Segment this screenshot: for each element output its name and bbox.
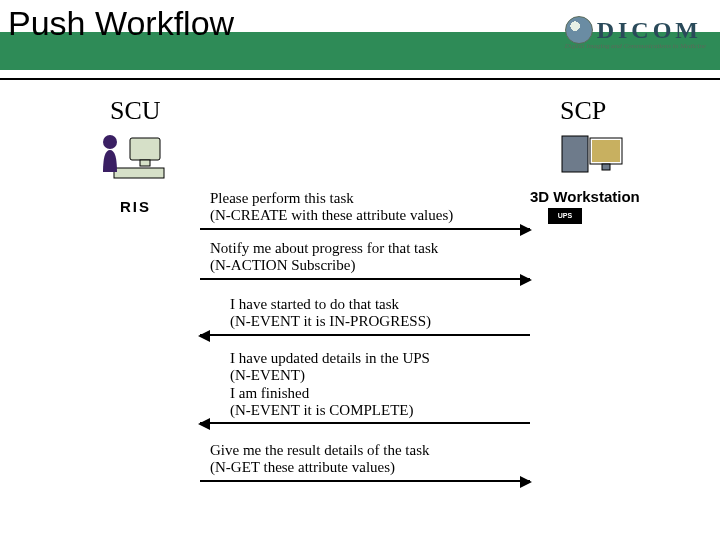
svg-rect-0: [130, 138, 160, 160]
workstation-label: 3D Workstation: [530, 188, 640, 205]
msg-inprogress: I have started to do that task(N-EVENT i…: [230, 296, 520, 331]
dicom-logo: DICOM Digital Imaging and Communications…: [565, 16, 706, 50]
diagram-stage: SCU SCP RIS 3D Workstation UPS Please pe…: [0, 80, 720, 540]
svg-point-3: [103, 135, 117, 149]
arrow-create: [200, 228, 530, 230]
logo-text: DICOM: [597, 17, 702, 44]
ris-label: RIS: [120, 198, 151, 215]
msg-subscribe: Notify me about progress for that task(N…: [210, 240, 520, 275]
slide-header: Push Workflow DICOM Digital Imaging and …: [0, 0, 720, 80]
globe-icon: [565, 16, 593, 44]
slide-title: Push Workflow: [8, 4, 234, 43]
svg-rect-5: [592, 140, 620, 162]
arrow-inprogress: [200, 334, 530, 336]
arrow-complete: [200, 422, 530, 424]
svg-rect-7: [602, 164, 610, 170]
ups-box: UPS: [548, 208, 582, 224]
workstation-clipart-icon: [560, 132, 624, 180]
arrow-subscribe: [200, 278, 530, 280]
svg-rect-1: [140, 160, 150, 166]
svg-rect-2: [114, 168, 164, 178]
scu-heading: SCU: [110, 96, 161, 126]
logo-subtitle: Digital Imaging and Communications in Me…: [565, 42, 706, 50]
scp-heading: SCP: [560, 96, 606, 126]
svg-rect-4: [562, 136, 588, 172]
ris-clipart-icon: [96, 132, 166, 186]
msg-complete: I have updated details in the UPS(N-EVEN…: [230, 350, 520, 419]
msg-get: Give me the result details of the task(N…: [210, 442, 520, 477]
msg-create: Please perform this task(N-CREATE with t…: [210, 190, 520, 225]
arrow-get: [200, 480, 530, 482]
